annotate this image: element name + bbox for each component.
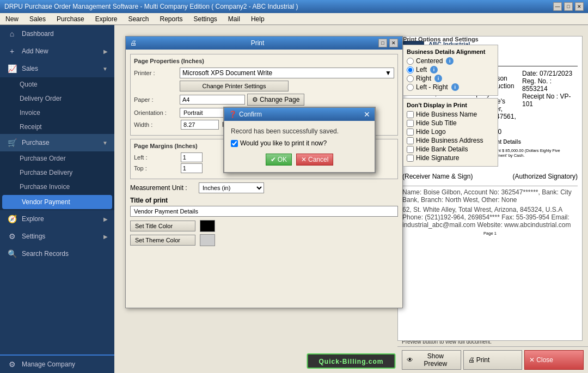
set-title-color-btn[interactable]: Set Title Color bbox=[130, 221, 195, 231]
menu-purchase[interactable]: Purchase bbox=[53, 14, 88, 24]
hide-logo-row: Hide Logo bbox=[407, 128, 494, 136]
change-printer-btn[interactable]: Change Printer Settings bbox=[180, 81, 289, 91]
bank-address: 62, St. White Alley, Total Wrest, Arizon… bbox=[402, 206, 578, 229]
menu-search[interactable]: Search bbox=[125, 14, 152, 24]
print-dialog-close-btn[interactable]: ✕ bbox=[389, 39, 398, 47]
hide-bank-details-cb[interactable] bbox=[407, 146, 414, 153]
paper-row: Paper : ⚙ Change Page bbox=[134, 94, 394, 106]
sidebar-item-sales[interactable]: 📈 Sales ▼ bbox=[0, 60, 114, 77]
confirm-dialog: ❓ Confirm ✕ Record has been successfully… bbox=[223, 107, 376, 173]
width-label: Width : bbox=[134, 121, 177, 128]
sidebar-item-purchase-order[interactable]: Purchase Order bbox=[0, 151, 114, 166]
receipt-label: Receipt No : bbox=[522, 93, 558, 100]
radio-left-right[interactable] bbox=[407, 84, 414, 91]
hide-business-address-cb[interactable] bbox=[407, 137, 414, 144]
ok-icon: ✔ bbox=[271, 156, 276, 163]
watermark-text: Quick-Billing.com bbox=[318, 358, 383, 365]
sidebar-item-purchase-invoice[interactable]: Purchase Invoice bbox=[0, 180, 114, 194]
menu-explore[interactable]: Explore bbox=[92, 14, 121, 24]
sidebar-item-purchase[interactable]: 🛒 Purchase ▼ bbox=[0, 134, 114, 151]
left-info-icon: i bbox=[430, 66, 438, 74]
alignment-box: Business Details Alignment Centered i Le… bbox=[403, 45, 498, 96]
bank-name: Name: Boise Gilbon, Account No: 362547**… bbox=[402, 188, 578, 204]
sidebar-item-vendor-payment[interactable]: Vendor Payment bbox=[2, 195, 112, 209]
paper-input[interactable] bbox=[180, 95, 245, 105]
home-icon: ⌂ bbox=[7, 29, 17, 38]
menu-sales[interactable]: Sales bbox=[26, 14, 49, 24]
minimize-btn[interactable]: — bbox=[553, 2, 562, 11]
radio-right-row: Right i bbox=[407, 75, 494, 82]
sidebar-item-settings[interactable]: ⚙ Settings ▶ bbox=[0, 228, 114, 245]
settings-icon: ⚙ bbox=[7, 232, 17, 241]
radio-centered[interactable] bbox=[407, 58, 414, 65]
purchase-arrow-icon: ▼ bbox=[102, 140, 108, 146]
top-margin-input[interactable] bbox=[181, 163, 203, 173]
sidebar-item-add-new[interactable]: + Add New ▶ bbox=[0, 42, 114, 60]
sidebar-item-dashboard[interactable]: ⌂ Dashboard bbox=[0, 25, 114, 42]
measurement-select[interactable]: Inches (in) Centimeters (cm) Millimeters… bbox=[199, 182, 264, 193]
sidebar-item-receipt[interactable]: Receipt bbox=[0, 120, 114, 134]
confirm-dialog-titlebar: ❓ Confirm ✕ bbox=[224, 108, 375, 121]
menu-help[interactable]: Help bbox=[248, 14, 268, 24]
add-new-icon: + bbox=[7, 47, 17, 56]
sidebar-item-quote[interactable]: Quote bbox=[0, 77, 114, 91]
date-value: 07/21/2023 bbox=[540, 70, 572, 77]
sidebar-item-purchase-delivery[interactable]: Purchase Delivery bbox=[0, 166, 114, 180]
manage-icon: ⚙ bbox=[7, 360, 17, 369]
print-btn[interactable]: 🖨 Print bbox=[463, 350, 523, 370]
theme-color-swatch[interactable] bbox=[200, 234, 215, 246]
title-color-swatch[interactable] bbox=[200, 220, 215, 232]
sidebar-purchase-label: Purchase bbox=[22, 139, 98, 146]
close-btn[interactable]: ✕ Close bbox=[524, 350, 584, 370]
manage-company-label: Manage Company bbox=[22, 360, 75, 368]
printer-select[interactable]: Microsoft XPS Document Write ▼ bbox=[180, 68, 394, 78]
show-preview-icon: 👁 bbox=[407, 356, 413, 364]
sidebar-item-search-records[interactable]: 🔍 Search Records bbox=[0, 245, 114, 262]
content-area: 🖨 Print □ ✕ Page Properties (Inches) Pri… bbox=[114, 25, 588, 373]
radio-left[interactable] bbox=[407, 66, 414, 74]
close-btn[interactable]: ✕ bbox=[575, 2, 584, 11]
hide-sub-title-row: Hide Sub Title bbox=[407, 119, 494, 127]
menu-new[interactable]: New bbox=[2, 14, 22, 24]
menu-mail[interactable]: Mail bbox=[225, 14, 243, 24]
set-theme-color-btn[interactable]: Set Theme Color bbox=[130, 235, 195, 246]
sidebar-item-invoice[interactable]: Invoice bbox=[0, 106, 114, 120]
confirm-print-checkbox[interactable] bbox=[231, 140, 238, 147]
sidebar-item-delivery-order[interactable]: Delivery Order bbox=[0, 91, 114, 106]
left-margin-input[interactable] bbox=[181, 152, 203, 162]
menu-reports[interactable]: Reports bbox=[156, 14, 186, 24]
confirm-close-btn[interactable]: ✕ bbox=[364, 110, 370, 119]
hide-signature-cb[interactable] bbox=[407, 155, 414, 162]
sidebar-item-explore[interactable]: 🧭 Explore ▶ bbox=[0, 210, 114, 228]
hide-logo-cb[interactable] bbox=[407, 129, 414, 136]
radio-right[interactable] bbox=[407, 75, 414, 82]
change-page-btn[interactable]: ⚙ Change Page bbox=[247, 94, 304, 106]
ok-btn[interactable]: ✔ OK bbox=[266, 154, 292, 166]
dont-display-label: Don't Display in Print bbox=[407, 102, 494, 108]
menu-settings[interactable]: Settings bbox=[191, 14, 220, 24]
title-of-print-label: Title of print bbox=[130, 197, 398, 204]
date-label: Date: bbox=[522, 70, 538, 77]
hide-sub-title-cb[interactable] bbox=[407, 120, 414, 127]
sidebar-explore-label: Explore bbox=[22, 215, 99, 223]
close-icon: ✕ bbox=[529, 356, 535, 364]
left-right-info-icon: i bbox=[451, 83, 459, 91]
hide-bank-details-label: Hide Bank Details bbox=[416, 145, 468, 153]
radio-centered-row: Centered i bbox=[407, 57, 494, 65]
restore-btn[interactable]: □ bbox=[564, 2, 573, 11]
width-input[interactable] bbox=[181, 120, 219, 130]
add-new-arrow-icon: ▶ bbox=[103, 48, 108, 54]
centered-info-icon: i bbox=[446, 57, 454, 65]
title-of-print-input[interactable] bbox=[130, 206, 398, 217]
explore-icon: 🧭 bbox=[7, 215, 17, 223]
show-preview-btn[interactable]: 👁 Show Preview bbox=[402, 350, 461, 370]
print-dialog-maximize[interactable]: □ bbox=[378, 39, 387, 47]
hide-business-name-cb[interactable] bbox=[407, 111, 414, 118]
sidebar-settings-label: Settings bbox=[22, 233, 99, 240]
left-label: Left bbox=[416, 66, 427, 74]
sidebar-item-manage-company[interactable]: ⚙ Manage Company bbox=[0, 356, 114, 373]
cancel-btn[interactable]: ✕ Cancel bbox=[296, 154, 333, 166]
doc-bank-info: Name: Boise Gilbon, Account No: 362547**… bbox=[402, 186, 578, 229]
menu-bar: New Sales Purchase Explore Search Report… bbox=[0, 13, 588, 25]
orientation-label: Orientation : bbox=[134, 109, 177, 116]
